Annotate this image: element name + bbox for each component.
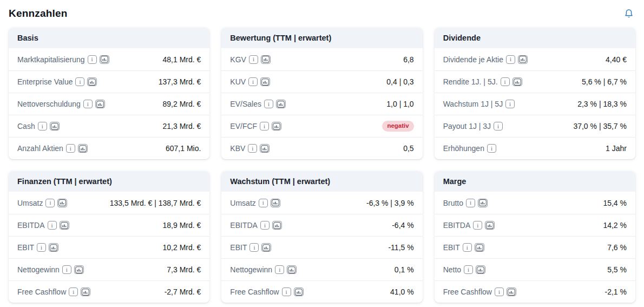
bar-chart-icon[interactable]	[507, 288, 516, 296]
info-icon[interactable]: i	[282, 288, 291, 296]
metric-label: Nettogewinn	[230, 265, 272, 274]
metric-value: 133,5 Mrd. € | 138,7 Mrd. €	[110, 199, 201, 207]
bar-chart-icon[interactable]	[271, 199, 280, 207]
metric-value: 14,2 %	[603, 221, 627, 230]
metric-row: KGV i 6,8	[221, 48, 422, 70]
metric-row: EBITDA i -6,4 %	[221, 214, 422, 236]
bar-chart-icon[interactable]	[261, 55, 271, 64]
card-wachstum: Wachstum (TTM | erwartet) Umsatz i -6,3 …	[221, 171, 422, 303]
info-icon[interactable]: i	[75, 77, 84, 86]
info-icon[interactable]: i	[495, 288, 504, 296]
metric-label-group: Cash i	[17, 122, 60, 130]
card-title: Basis	[17, 34, 38, 42]
info-icon[interactable]: i	[83, 100, 93, 108]
info-icon[interactable]: i	[62, 265, 71, 274]
info-icon[interactable]: i	[48, 221, 57, 230]
bar-chart-icon[interactable]	[87, 77, 97, 86]
info-icon[interactable]: i	[248, 144, 257, 153]
info-icon[interactable]: i	[249, 243, 259, 252]
bar-chart-icon[interactable]	[272, 221, 282, 230]
info-glyph: i	[504, 79, 506, 85]
bar-chart-icon[interactable]	[512, 77, 522, 86]
bar-chart-icon[interactable]	[50, 122, 60, 130]
metric-row: EV/Sales i 1,0 | 1,0	[221, 93, 422, 115]
info-icon[interactable]: i	[487, 144, 496, 153]
metric-value: 7,6 %	[607, 243, 627, 252]
info-glyph: i	[253, 56, 254, 62]
bar-chart-icon[interactable]	[78, 144, 88, 153]
metric-row: Umsatz i 133,5 Mrd. € | 138,7 Mrd. €	[9, 192, 209, 214]
metric-label: KGV	[230, 55, 246, 64]
info-icon[interactable]: i	[463, 243, 472, 252]
bar-chart-icon[interactable]	[475, 243, 484, 252]
info-icon[interactable]: i	[69, 288, 78, 296]
metric-label-group: Dividende je Aktie i	[443, 55, 528, 64]
metric-label: EBIT	[17, 243, 34, 252]
info-icon[interactable]: i	[505, 100, 515, 108]
card-title: Bewertung (TTM | erwartet)	[230, 34, 331, 42]
metric-label-group: Nettogewinn i	[230, 265, 297, 274]
bar-chart-icon[interactable]	[272, 122, 281, 130]
card-title: Finanzen (TTM | erwartet)	[17, 177, 112, 186]
info-icon[interactable]: i	[260, 221, 270, 230]
bar-chart-icon[interactable]	[57, 199, 67, 207]
bar-chart-icon[interactable]	[60, 221, 69, 230]
card-rows: KGV i 6,8 KUV i 0,4 | 0,3	[221, 48, 422, 159]
bar-chart-icon[interactable]	[260, 77, 270, 86]
info-icon[interactable]: i	[494, 122, 503, 130]
bar-chart-icon[interactable]	[287, 265, 297, 274]
info-icon[interactable]: i	[37, 243, 46, 252]
info-icon[interactable]: i	[88, 55, 97, 64]
info-icon[interactable]: i	[259, 199, 268, 207]
info-glyph: i	[279, 267, 280, 273]
info-icon[interactable]: i	[248, 77, 258, 86]
metric-label: Umsatz	[17, 199, 43, 207]
card-title: Marge	[443, 177, 466, 186]
bar-chart-icon[interactable]	[261, 243, 271, 252]
bar-chart-icon[interactable]	[476, 265, 485, 274]
info-icon[interactable]: i	[506, 55, 515, 64]
metric-label: Free Cashflow	[443, 288, 492, 296]
info-icon[interactable]: i	[249, 55, 258, 64]
info-icon[interactable]: i	[260, 122, 269, 130]
metric-value: 1 Jahr	[606, 144, 627, 153]
metric-value: 137,3 Mrd. €	[159, 77, 201, 86]
metric-row: Payout 1J | 3J i 37,0 % | 35,7 %	[435, 115, 635, 137]
bar-chart-icon[interactable]	[485, 221, 495, 230]
info-icon[interactable]: i	[473, 221, 482, 230]
metric-label-group: KGV i	[230, 55, 271, 64]
metric-value: 5,6 % | 6,7 %	[582, 77, 627, 86]
bar-chart-icon[interactable]	[49, 243, 58, 252]
metric-row: Umsatz i -6,3 % | 3,9 %	[221, 192, 422, 214]
info-glyph: i	[252, 79, 254, 85]
notifications-button[interactable]	[622, 6, 635, 21]
metric-label-group: Netto i	[443, 265, 485, 274]
bar-chart-icon[interactable]	[294, 288, 304, 296]
info-glyph: i	[470, 200, 471, 206]
bar-chart-icon[interactable]	[260, 144, 270, 153]
metric-row: Anzahl Aktien i 607,1 Mio.	[9, 137, 209, 159]
info-icon[interactable]: i	[466, 199, 475, 207]
metric-label: EBITDA	[17, 221, 45, 230]
bar-chart-icon[interactable]	[100, 55, 109, 64]
info-icon[interactable]: i	[275, 265, 284, 274]
info-icon[interactable]: i	[264, 100, 273, 108]
metric-label: Nettogewinn	[17, 265, 60, 274]
bar-chart-icon[interactable]	[478, 199, 488, 207]
info-icon[interactable]: i	[501, 77, 510, 86]
bar-chart-icon[interactable]	[81, 288, 90, 296]
metric-value: 21,3 Mrd. €	[163, 122, 201, 130]
metric-value: -2,1 %	[605, 288, 627, 296]
bar-chart-icon[interactable]	[74, 265, 84, 274]
info-icon[interactable]: i	[66, 144, 75, 153]
metrics-grid: Basis Marktkapitalisierung i 48,1 Mrd. €…	[9, 28, 635, 303]
info-icon[interactable]: i	[45, 199, 55, 207]
info-icon[interactable]: i	[464, 265, 473, 274]
bar-chart-icon[interactable]	[95, 100, 105, 108]
metric-label: Rendite 1J. | 5J.	[443, 77, 498, 86]
info-glyph: i	[73, 289, 74, 295]
bar-chart-icon[interactable]	[276, 100, 286, 108]
metric-value: 18,9 Mrd. €	[163, 221, 201, 230]
bar-chart-icon[interactable]	[518, 55, 528, 64]
info-icon[interactable]: i	[38, 122, 47, 130]
